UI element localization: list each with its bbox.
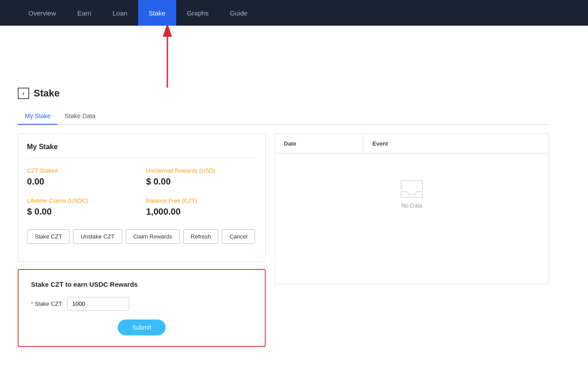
arrow-decoration [0,26,588,88]
stat-unclaimed-rewards-label: Unclaimed Rewards (USD) [146,167,256,174]
stat-balance-free-value: 1,000.00 [146,207,256,217]
stake-czt-field-row: * Stake CZT: [31,297,252,311]
my-stake-card: My Stake CZT Staked 0.00 Unclaimed Rewar… [18,134,266,262]
refresh-button[interactable]: Refresh [183,229,219,244]
action-buttons: Stake CZT Unstake CZT Claim Rewards Refr… [27,229,256,244]
no-data-text: No Data [401,202,422,209]
nav-stake[interactable]: Stake [138,0,176,26]
navbar: Overview Earn Loan Stake Graphs Guide [0,0,588,26]
stat-unclaimed-rewards-value: $ 0.00 [146,177,256,187]
svg-rect-2 [401,181,422,197]
stat-balance-free-label: Balance Free (CZT) [146,197,256,204]
my-stake-card-title: My Stake [27,143,256,158]
back-button[interactable]: ‹ [18,88,29,99]
page-content: ‹ Stake My Stake Stake Data My Stake CZT… [0,88,567,365]
stake-czt-input[interactable] [67,297,129,311]
stake-czt-button[interactable]: Stake CZT [27,229,70,244]
unstake-czt-button[interactable]: Unstake CZT [73,229,122,244]
no-data-area: No Data [275,154,549,235]
stake-czt-label-text: Stake CZT: [35,300,63,307]
stat-lifetime-claims-value: $ 0.00 [27,207,137,217]
stat-czt-staked-label: CZT Staked [27,167,137,174]
stat-czt-staked-value: 0.00 [27,177,137,187]
nav-loan[interactable]: Loan [102,0,138,26]
right-panel: Date Event No Data [275,134,549,347]
tab-my-stake[interactable]: My Stake [18,108,58,125]
col-header-date: Date [275,134,364,153]
required-star: * [31,300,33,307]
col-header-event: Event [364,134,549,153]
nav-earn[interactable]: Earn [67,0,102,26]
nav-overview[interactable]: Overview [18,0,67,26]
tabs-container: My Stake Stake Data [18,108,549,125]
cancel-button[interactable]: Cancel [222,229,255,244]
inbox-icon [401,180,423,198]
stat-lifetime-claims-label: Lifetime Claims (USDC) [27,197,137,204]
data-table: Date Event No Data [275,134,549,284]
back-icon-symbol: ‹ [22,89,24,97]
page-title: Stake [34,88,60,99]
left-panel: My Stake CZT Staked 0.00 Unclaimed Rewar… [18,134,266,347]
page-title-row: ‹ Stake [18,88,549,99]
nav-guide[interactable]: Guide [219,0,258,26]
stake-form-title: Stake CZT to earn USDC Rewards [31,281,252,288]
stat-balance-free: Balance Free (CZT) 1,000.00 [146,197,256,217]
stake-czt-field-label: * Stake CZT: [31,300,63,307]
submit-button[interactable]: Submit [118,319,166,335]
stat-unclaimed-rewards: Unclaimed Rewards (USD) $ 0.00 [146,167,256,187]
stake-form-box: Stake CZT to earn USDC Rewards * Stake C… [18,269,266,347]
stats-grid: CZT Staked 0.00 Unclaimed Rewards (USD) … [27,167,256,217]
main-layout: My Stake CZT Staked 0.00 Unclaimed Rewar… [18,134,549,347]
stat-lifetime-claims: Lifetime Claims (USDC) $ 0.00 [27,197,137,217]
tab-stake-data[interactable]: Stake Data [58,108,102,125]
stat-czt-staked: CZT Staked 0.00 [27,167,137,187]
nav-graphs[interactable]: Graphs [176,0,219,26]
table-header: Date Event [275,134,549,154]
claim-rewards-button[interactable]: Claim Rewards [126,229,180,244]
